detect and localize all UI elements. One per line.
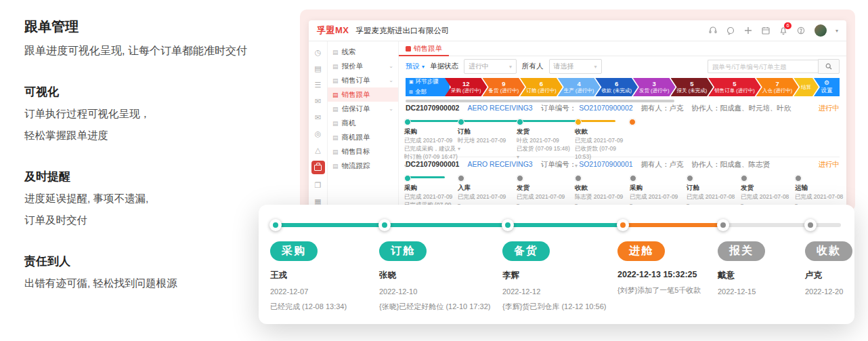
sidebar-item-label: 销售订单: [342, 76, 370, 85]
stage-chevron-2[interactable]: 6订舱 (进行中): [520, 78, 563, 96]
sidebar-item-8[interactable]: ▤物流跟踪: [328, 159, 398, 173]
stage-pill: 收款: [805, 241, 852, 261]
overlay-segment: [511, 223, 620, 227]
stage-chevron-6[interactable]: 5报关 (未完成): [671, 78, 714, 96]
step-label: 收款: [575, 183, 632, 193]
stage-label: 结算: [801, 84, 811, 91]
overlay-node-dot: [808, 222, 813, 228]
overlay-node-dot: [720, 222, 726, 228]
sidebar-item-2[interactable]: ▤销售订单⌄: [328, 73, 398, 87]
stage-label: 入仓 (进行中): [762, 87, 793, 94]
order-no-label: 订单编号：: [541, 160, 577, 169]
sidebar-item-0[interactable]: ▤线索: [328, 45, 398, 59]
overlay-step: 进舱2022-12-13 15:32:25{刘梦}添加了一笔5千收款: [617, 241, 733, 296]
copy-icon[interactable]: ❐: [313, 180, 324, 190]
add-icon[interactable]: [744, 26, 753, 35]
help-icon[interactable]: [797, 26, 806, 35]
tab-sales-tracking[interactable]: 销售跟单: [399, 41, 449, 56]
timeline-node: [629, 119, 636, 125]
document-icon: ▤: [332, 120, 339, 127]
step-line1: 叶欣 2021-07-09: [517, 136, 573, 144]
avatar[interactable]: [815, 24, 827, 37]
timeline-node: [741, 175, 747, 182]
stage-count: 6: [540, 80, 543, 87]
step-label: 发货: [741, 183, 798, 193]
intro-section-line: 出错有迹可循, 轻松找到问题根源: [24, 277, 288, 291]
step-label: 采购: [404, 127, 461, 136]
timeline-segment: [578, 120, 615, 122]
message-icon[interactable]: [726, 26, 735, 35]
owner-label: 拥有人：卢克: [641, 104, 684, 113]
sidebar-item-1[interactable]: ▤报价单⌄: [328, 59, 398, 73]
cloud-icon[interactable]: △: [313, 144, 324, 155]
owner-select-placeholder: 请选择: [554, 62, 574, 71]
sidebar-item-4[interactable]: ▤信保订单⌄: [328, 102, 398, 116]
chevron-down-icon[interactable]: ▾: [836, 28, 838, 34]
calendar-icon[interactable]: [762, 26, 771, 35]
customer-link[interactable]: AERO RECEIVING3: [467, 104, 532, 112]
sidebar-item-3[interactable]: ▤销售跟单: [328, 87, 398, 102]
expand-caret-icon[interactable]: ▾: [517, 153, 573, 161]
owner-select[interactable]: 请选择 ▾: [549, 59, 602, 74]
search-button[interactable]: [818, 59, 840, 74]
overlay-step: 收款卢克2022-12-20: [805, 241, 868, 296]
icon-rail: ◷▤☰✉✉◎△❐▦: [309, 41, 328, 212]
order-row-header: DC21070900002AERO RECEIVING3订单编号：SO21070…: [406, 104, 840, 116]
stage-chevron-bar: ▣环节步骤⊞全部12采购 (进行中)9备货 (进行中)6订舱 (进行中)4生产 …: [406, 78, 840, 96]
order-no-link[interactable]: SO21070900002: [579, 104, 632, 112]
stage-chevron-7[interactable]: 5销售订单 (进行中): [708, 78, 761, 96]
sidebar-item-7[interactable]: ▤销售目标: [328, 144, 398, 159]
expand-caret-icon[interactable]: ▾: [575, 162, 632, 170]
support-icon[interactable]: [709, 26, 718, 35]
stage-label: 备货 (进行中): [489, 87, 519, 94]
intro-section-line: 订单及时交付: [24, 214, 288, 228]
stage-chevron-3[interactable]: 4生产 (进行中): [558, 78, 601, 96]
expand-caret-icon[interactable]: ▾: [458, 145, 515, 153]
preset-label: 预设: [406, 62, 420, 71]
sidebar-item-label: 线索: [342, 47, 356, 57]
stage-chevron-0[interactable]: 12采购 (进行中): [445, 78, 487, 96]
overlay-segment: [813, 223, 841, 227]
overlay-step-line3: 已经完成 (12-08 13:34): [270, 302, 385, 312]
intro-section-line: 轻松掌握跟单进度: [24, 129, 288, 143]
order-status-badge: 进行中: [819, 160, 840, 169]
briefcase-icon[interactable]: [311, 161, 325, 174]
timeline-segment: [407, 176, 445, 178]
overlay-step-line1: 卢克: [805, 270, 868, 281]
sidebar-item-6[interactable]: ▤商机跟单: [328, 130, 398, 144]
stage-chevron-4[interactable]: 6收款 (未完成): [595, 78, 638, 96]
intro-copy: 跟单管理 跟单进度可视化呈现, 让每个订单都能准时交付 可视化订单执行过程可视化…: [24, 18, 288, 291]
sidebar-item-5[interactable]: ▤商机: [328, 116, 398, 130]
sidebar-item-label: 物流跟踪: [342, 161, 370, 171]
stage-all-block[interactable]: ▣环节步骤⊞全部: [406, 78, 450, 96]
clock-icon[interactable]: ◷: [313, 47, 324, 58]
stage-chevron-1[interactable]: 9备货 (进行中): [483, 78, 525, 96]
timeline-segment: [460, 120, 518, 122]
search-input[interactable]: [708, 60, 818, 73]
stage-chevron-8[interactable]: 7入仓 (进行中): [756, 78, 799, 96]
sidebar-item-label: 销售目标: [342, 147, 370, 157]
step-label: 采购: [630, 183, 687, 193]
app-topbar: 孚盟MX 孚盟麦克斯进出口有限公司: [309, 20, 846, 41]
step-label: 订舱: [687, 183, 743, 193]
overlay-segment: [726, 223, 808, 227]
step-label: 发货: [517, 127, 573, 136]
stage-pill: 备货: [502, 241, 550, 261]
scrollbar-thumb[interactable]: [406, 100, 674, 102]
status-select[interactable]: 进行中 ▾: [464, 59, 517, 74]
contact-icon[interactable]: ▤: [313, 63, 324, 74]
mail-icon[interactable]: ✉: [313, 96, 324, 106]
step-line1: 已完成 2021-07-09: [517, 193, 573, 201]
app-logo: 孚盟MX: [317, 24, 349, 37]
expand-caret-icon[interactable]: ▾: [404, 162, 461, 170]
sidebar-menu: ▤线索▤报价单⌄▤销售订单⌄▤销售跟单▤信保订单⌄▤商机▤商机跟单▤销售目标▤物…: [328, 41, 399, 212]
notification-icon[interactable]: 6: [779, 26, 788, 35]
stage-chevron-5[interactable]: 3发货 (进行中): [633, 78, 676, 96]
preset-dropdown[interactable]: 预设 ▾: [406, 62, 425, 71]
inbox-icon[interactable]: ✉: [313, 112, 324, 123]
status-filter-label: 单据状态: [430, 62, 458, 71]
org-icon[interactable]: ☰: [313, 79, 324, 90]
compass-icon[interactable]: ◎: [313, 128, 324, 139]
step-label: 发货: [517, 183, 573, 193]
collaborators-label: 协作人：阳成鑫、时元培、叶欣: [692, 104, 791, 113]
